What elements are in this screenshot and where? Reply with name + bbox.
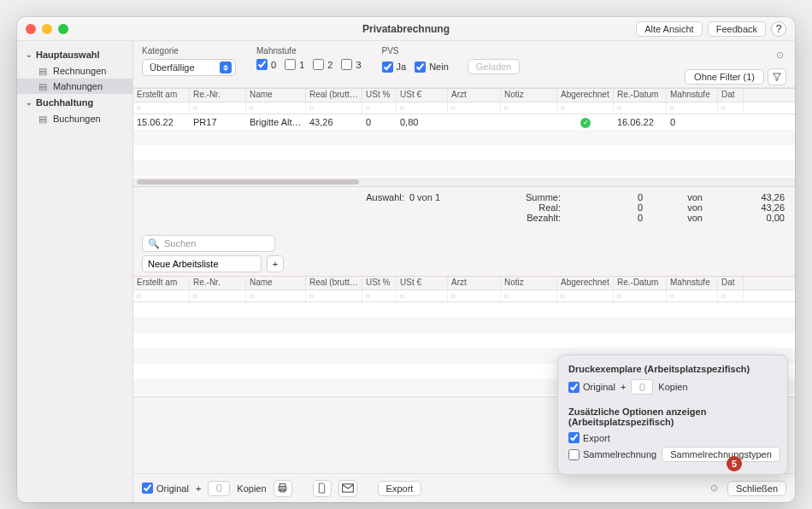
- th-mahnstufe[interactable]: Mahnstufe: [667, 89, 718, 102]
- kategorie-label: Kategorie: [142, 46, 236, 56]
- document-button[interactable]: [313, 480, 332, 497]
- th-real[interactable]: Real (brutto) €: [306, 89, 362, 102]
- th-erstellt[interactable]: Erstellt am: [133, 89, 190, 102]
- th-notiz[interactable]: Notiz: [501, 277, 557, 290]
- pvs-nein-checkbox[interactable]: Nein: [415, 61, 449, 73]
- th-abger[interactable]: Abgerechnet: [557, 89, 614, 102]
- th-uste[interactable]: USt €: [397, 89, 448, 102]
- worklist-name-input[interactable]: [142, 255, 262, 272]
- close-button[interactable]: Schließen: [727, 481, 786, 496]
- main-panel: Kategorie Überfällige Mahnstufe 0 1 2 3: [133, 41, 795, 502]
- footer-original-checkbox[interactable]: Original: [142, 483, 189, 494]
- pvs-label: PVS: [382, 46, 521, 56]
- sidebar-item-rechnungen[interactable]: ▤ Rechnungen: [17, 63, 132, 79]
- filter-cell[interactable]: ○: [667, 102, 718, 114]
- cell-erstellt: 15.06.22: [133, 117, 190, 127]
- th-name[interactable]: Name: [246, 277, 306, 290]
- filter-cell[interactable]: ○: [306, 102, 362, 114]
- th-ustp[interactable]: USt %: [362, 277, 397, 290]
- print-button[interactable]: [274, 480, 292, 497]
- th-dat[interactable]: Dat: [718, 89, 744, 102]
- horizontal-scrollbar[interactable]: [133, 178, 795, 186]
- print-options-popover: Druckexemplare (Arbeitsplatzspezifisch) …: [557, 354, 788, 475]
- th-redatum[interactable]: Re.-Datum: [614, 89, 667, 102]
- filter-cell[interactable]: ○: [667, 290, 718, 301]
- filter-cell[interactable]: ○: [501, 290, 557, 301]
- table-filter-row: ○ ○ ○ ○ ○ ○ ○ ○ ○ ○ ○ ○: [133, 102, 795, 114]
- filter-cell[interactable]: ○: [501, 102, 557, 114]
- th-arzt[interactable]: Arzt: [448, 277, 501, 290]
- sidebar-section-label: Buchhaltung: [36, 97, 93, 108]
- pvs-ja-checkbox[interactable]: Ja: [382, 61, 407, 73]
- kategorie-select[interactable]: Überfällige: [142, 59, 236, 76]
- filter-cell[interactable]: ○: [614, 290, 667, 301]
- th-abger[interactable]: Abgerechnet: [557, 277, 614, 290]
- filter-cell[interactable]: ○: [306, 290, 362, 301]
- add-worklist-button[interactable]: +: [267, 255, 284, 272]
- filter-cell[interactable]: ○: [448, 290, 501, 301]
- search-placeholder: Suchen: [164, 238, 196, 249]
- filter-cell[interactable]: ○: [246, 102, 306, 114]
- th-notiz[interactable]: Notiz: [501, 89, 557, 102]
- th-ustp[interactable]: USt %: [362, 89, 397, 102]
- th-renr[interactable]: Re.-Nr.: [190, 89, 246, 102]
- footer-gear-button[interactable]: ⊙: [707, 482, 721, 495]
- results-table: Erstellt am Re.-Nr. Name Real (brutto) €…: [133, 88, 795, 187]
- th-dat[interactable]: Dat: [718, 277, 744, 290]
- filter-cell[interactable]: ○: [718, 102, 744, 114]
- settings-gear-icon[interactable]: ⊙: [773, 48, 786, 61]
- th-real[interactable]: Real (brutto) €: [306, 277, 362, 290]
- popover-sammel-checkbox[interactable]: Sammelrechnung: [568, 449, 656, 460]
- filter-cell[interactable]: ○: [614, 102, 667, 114]
- chevron-down-icon: ⌄: [26, 98, 32, 107]
- popover-original-checkbox[interactable]: Original: [568, 382, 615, 393]
- filter-cell[interactable]: ○: [718, 290, 744, 301]
- export-button[interactable]: Export: [378, 481, 422, 496]
- ohne-filter-button[interactable]: Ohne Filter (1): [685, 69, 764, 85]
- bezahlt-a: 0: [595, 213, 643, 223]
- mail-button[interactable]: [338, 480, 357, 497]
- mahnstufe-1-checkbox[interactable]: 1: [285, 59, 304, 70]
- mahnstufe-3-checkbox[interactable]: 3: [341, 59, 361, 70]
- sidebar-item-mahnungen[interactable]: ▤ Mahnungen: [17, 79, 132, 94]
- filter-cell[interactable]: ○: [448, 102, 501, 114]
- th-redatum[interactable]: Re.-Datum: [614, 277, 667, 290]
- filter-cell[interactable]: ○: [362, 290, 397, 301]
- filter-cell[interactable]: ○: [246, 290, 306, 301]
- filter-cell[interactable]: ○: [397, 102, 448, 114]
- th-arzt[interactable]: Arzt: [448, 89, 501, 102]
- th-mahnstufe[interactable]: Mahnstufe: [667, 277, 718, 290]
- mahnstufe-2-checkbox[interactable]: 2: [313, 59, 332, 70]
- filter-cell[interactable]: ○: [557, 102, 614, 114]
- filter-cell[interactable]: ○: [362, 102, 397, 114]
- th-uste[interactable]: USt €: [397, 277, 448, 290]
- th-renr[interactable]: Re.-Nr.: [190, 277, 246, 290]
- filter-cell[interactable]: ○: [133, 290, 190, 301]
- filter-cell[interactable]: ○: [133, 102, 190, 114]
- chevron-down-icon: ⌄: [26, 50, 32, 59]
- th-name[interactable]: Name: [246, 89, 306, 102]
- popover-export-checkbox[interactable]: Export: [568, 432, 610, 443]
- sidebar-section-buchhaltung[interactable]: ⌄ Buchhaltung: [17, 94, 132, 111]
- popover-kopien-input[interactable]: [631, 379, 653, 395]
- geladen-button[interactable]: Geladen: [468, 59, 521, 74]
- filter-funnel-button[interactable]: [768, 68, 786, 85]
- sammelrechnungstypen-button[interactable]: Sammelrechnungstypen: [662, 447, 780, 462]
- sidebar-item-buchungen[interactable]: ▤ Buchungen: [17, 111, 132, 126]
- cell-abger: ✓: [557, 116, 614, 128]
- mahnstufe-0-checkbox[interactable]: 0: [256, 59, 276, 70]
- real-a: 0: [595, 202, 643, 213]
- footer-kopien-input[interactable]: [208, 481, 230, 496]
- select-chevron-icon: [220, 61, 232, 73]
- filter-cell[interactable]: ○: [190, 102, 246, 114]
- filter-cell[interactable]: ○: [190, 290, 246, 301]
- sidebar-section-hauptauswahl[interactable]: ⌄ Hauptauswahl: [17, 46, 132, 63]
- cell-real: 43,26: [306, 117, 362, 127]
- table-row[interactable]: 15.06.22 PR17 Brigitte Alt… 43,26 0 0,80…: [133, 114, 795, 130]
- mahnstufe-label: Mahnstufe: [256, 46, 362, 56]
- th-erstellt[interactable]: Erstellt am: [133, 277, 190, 290]
- real-b: 43,26: [737, 202, 785, 213]
- filter-cell[interactable]: ○: [557, 290, 614, 301]
- filter-cell[interactable]: ○: [397, 290, 448, 301]
- search-input[interactable]: 🔍 Suchen: [142, 235, 275, 252]
